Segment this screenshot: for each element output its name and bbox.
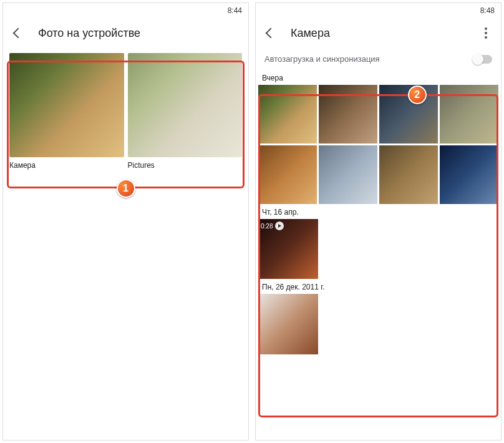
photo-thumb[interactable] bbox=[319, 85, 377, 144]
photo-thumb[interactable] bbox=[319, 145, 377, 204]
page-title: Фото на устройстве bbox=[38, 27, 243, 40]
folder-camera[interactable]: Камера bbox=[9, 53, 124, 170]
sync-label: Автозагрузка и синхронизация bbox=[264, 54, 473, 64]
folder-thumb bbox=[128, 53, 243, 157]
photo-row-apr16: 0:28 bbox=[256, 219, 501, 279]
video-overlay: 0:28 bbox=[261, 221, 284, 230]
status-time: 8:48 bbox=[480, 6, 495, 15]
section-label: Пн, 26 дек. 2011 г. bbox=[256, 279, 501, 294]
appbar: Камера bbox=[256, 18, 501, 48]
page-title: Камера bbox=[291, 27, 466, 40]
sync-toggle[interactable] bbox=[473, 55, 492, 64]
statusbar: 8:44 bbox=[3, 3, 248, 18]
section-label: Вчера bbox=[256, 70, 501, 85]
photo-thumb[interactable] bbox=[258, 85, 317, 144]
folder-label: Pictures bbox=[128, 161, 243, 170]
folder-pictures[interactable]: Pictures bbox=[128, 53, 243, 170]
photo-thumb[interactable] bbox=[440, 85, 498, 144]
photo-thumb[interactable] bbox=[258, 145, 317, 204]
section-label: Чт, 16 апр. bbox=[256, 204, 501, 219]
back-icon[interactable] bbox=[261, 23, 281, 43]
back-icon[interactable] bbox=[8, 23, 28, 43]
folder-grid: Камера Pictures bbox=[3, 48, 248, 175]
statusbar: 8:48 bbox=[256, 3, 501, 18]
annotation-badge: 2 bbox=[408, 85, 427, 104]
photo-row-2011 bbox=[256, 294, 501, 354]
photo-grid-yesterday bbox=[256, 85, 501, 204]
more-icon[interactable] bbox=[476, 23, 496, 43]
video-thumb[interactable]: 0:28 bbox=[258, 219, 318, 279]
photo-thumb[interactable] bbox=[440, 145, 498, 204]
sync-row: Автозагрузка и синхронизация bbox=[256, 48, 501, 70]
phone-left: 8:44 Фото на устройстве Камера Pictures … bbox=[2, 2, 249, 441]
appbar: Фото на устройстве bbox=[3, 18, 248, 48]
folder-thumb bbox=[9, 53, 124, 157]
folder-label: Камера bbox=[9, 161, 124, 170]
annotation-badge: 1 bbox=[117, 179, 135, 198]
status-time: 8:44 bbox=[228, 6, 242, 15]
photo-thumb[interactable] bbox=[379, 145, 438, 204]
phone-right: 8:48 Камера Автозагрузка и синхронизация… bbox=[255, 2, 502, 441]
photo-thumb[interactable] bbox=[258, 294, 318, 354]
video-duration: 0:28 bbox=[261, 223, 273, 230]
play-icon bbox=[275, 221, 284, 230]
